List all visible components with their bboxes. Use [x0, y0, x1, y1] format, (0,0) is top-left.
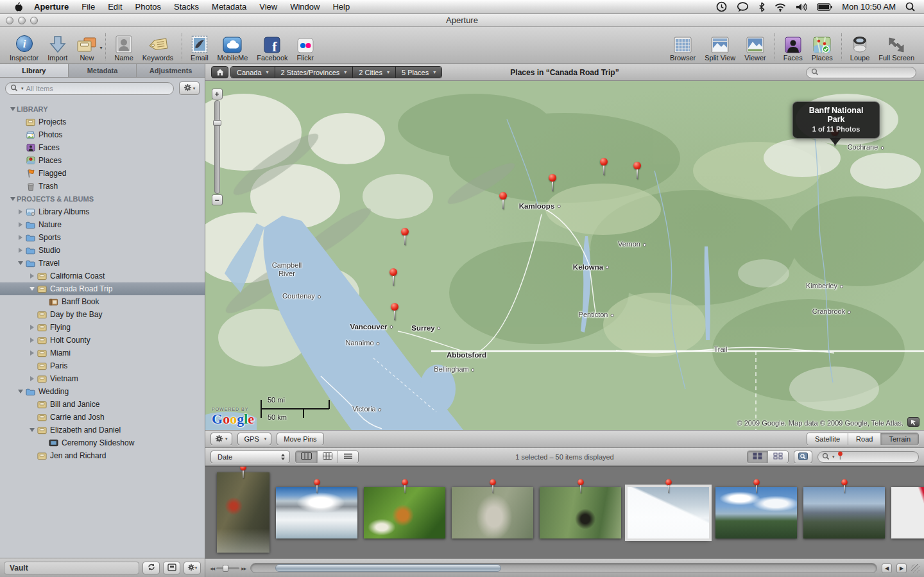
- minimize-window-button[interactable]: [18, 17, 26, 24]
- sidebar-item-flagged[interactable]: Flagged: [0, 167, 205, 180]
- toolbar-button-fullscreen[interactable]: Full Screen: [874, 32, 919, 62]
- menu-aperture[interactable]: Aperture: [28, 0, 75, 13]
- map-pin[interactable]: [400, 227, 409, 245]
- sidebar-item-paris[interactable]: Paris: [0, 359, 205, 372]
- vault-drawer-button[interactable]: [163, 562, 180, 574]
- menu-window[interactable]: Window: [284, 0, 326, 13]
- sidebar-item-wedding[interactable]: Wedding: [0, 385, 205, 398]
- breadcrumb-2-cities[interactable]: 2 Cities▾: [353, 67, 396, 78]
- sidebar-item-elizabeth-and-daniel[interactable]: Elizabeth and Daniel: [0, 424, 205, 436]
- sidebar-item-projects[interactable]: Projects: [0, 116, 205, 128]
- photo-thumbnail-canyon-train[interactable]: [217, 472, 270, 553]
- map-type-satellite-button[interactable]: Satellite: [807, 433, 848, 445]
- sidebar-item-library-albums[interactable]: Library Albums: [0, 205, 205, 218]
- sort-popup-button[interactable]: Date: [210, 451, 290, 463]
- map-pin[interactable]: [599, 157, 608, 175]
- toolbar-button-places[interactable]: Places: [807, 32, 837, 62]
- apple-menu[interactable]: [9, 2, 28, 12]
- sidebar-section-projects-albums[interactable]: PROJECTS & ALBUMS: [0, 193, 205, 205]
- disclosure-triangle-icon[interactable]: [28, 273, 36, 279]
- sidebar-item-places[interactable]: Places: [0, 154, 205, 167]
- menu-stacks[interactable]: Stacks: [167, 0, 205, 13]
- photo-thumbnail-bighorn-sheep[interactable]: [452, 487, 533, 538]
- toolbar-button-flickr[interactable]: Flickr: [293, 32, 318, 62]
- tab-library[interactable]: Library: [0, 64, 69, 77]
- map-pin[interactable]: [499, 191, 508, 209]
- breadcrumb-2-states-provinces[interactable]: 2 States/Provinces▾: [275, 67, 354, 78]
- sidebar-item-photos[interactable]: Photos: [0, 128, 205, 141]
- photo-thumbnail-cloud-mountains[interactable]: [715, 487, 797, 538]
- place-callout[interactable]: Banff National Park 1 of 11 Photos: [792, 101, 880, 139]
- toolbar-button-name[interactable]: Name: [110, 32, 137, 62]
- browser-search-input[interactable]: [846, 453, 914, 461]
- map-type-terrain-button[interactable]: Terrain: [881, 433, 918, 445]
- disclosure-triangle-icon[interactable]: [9, 107, 17, 111]
- sidebar-item-flying[interactable]: Flying: [0, 321, 205, 334]
- menu-clock[interactable]: Mon 10:50 AM: [842, 2, 896, 12]
- volume-icon[interactable]: [796, 3, 807, 12]
- menu-file[interactable]: File: [75, 0, 101, 13]
- disclosure-triangle-icon[interactable]: [17, 261, 24, 265]
- zoom-window-button[interactable]: [30, 17, 38, 24]
- library-search-field[interactable]: ▾: [5, 82, 174, 95]
- photo-thumbnail-snowy-peak[interactable]: [628, 487, 709, 538]
- menu-help[interactable]: Help: [326, 0, 356, 13]
- sidebar-item-banff-book[interactable]: Banff Book: [0, 295, 205, 308]
- map-pin[interactable]: [389, 268, 398, 286]
- photo-thumbnail-glacier-lake[interactable]: [276, 487, 357, 538]
- menu-view[interactable]: View: [253, 0, 284, 13]
- disclosure-triangle-icon[interactable]: [28, 350, 36, 356]
- toolbar-button-splitview[interactable]: Split View: [700, 32, 740, 62]
- close-window-button[interactable]: [6, 17, 13, 24]
- sidebar-item-nature[interactable]: Nature: [0, 218, 205, 231]
- disclosure-triangle-icon[interactable]: [9, 197, 17, 201]
- wifi-icon[interactable]: [774, 3, 786, 12]
- list-view-button[interactable]: [338, 451, 358, 463]
- sidebar-item-canada-road-trip[interactable]: Canada Road Trip: [0, 282, 205, 295]
- zoom-slider[interactable]: [214, 100, 220, 194]
- vault-action-gear-button[interactable]: ▾: [184, 562, 201, 574]
- photo-thumbnail-forest-bear[interactable]: [540, 487, 621, 538]
- places-home-button[interactable]: [211, 66, 228, 78]
- bluetooth-icon[interactable]: [758, 2, 765, 12]
- filmstrip-view-button[interactable]: [296, 451, 318, 463]
- scrollbar-thumb[interactable]: [275, 564, 501, 572]
- disclosure-triangle-icon[interactable]: [28, 325, 36, 330]
- map-canvas[interactable]: + − Banff National Park 1 of 11 Photos P…: [205, 81, 924, 430]
- zoom-out-button[interactable]: −: [212, 194, 223, 205]
- sidebar-item-california-coast[interactable]: California Coast: [0, 270, 205, 282]
- disclosure-triangle-icon[interactable]: [17, 209, 24, 214]
- time-machine-icon[interactable]: [716, 1, 727, 12]
- tab-metadata[interactable]: Metadata: [69, 64, 137, 77]
- zoom-slider-thumb[interactable]: [213, 120, 221, 126]
- horizontal-scrollbar[interactable]: [250, 563, 877, 573]
- sidebar-item-ceremony-slideshow[interactable]: Ceremony Slideshow: [0, 436, 205, 449]
- toolbar-button-email[interactable]: Email: [186, 32, 213, 62]
- search-hud-button[interactable]: [794, 451, 812, 463]
- places-search-input[interactable]: [821, 69, 911, 76]
- sidebar-item-holt-county[interactable]: Holt County: [0, 334, 205, 347]
- sidebar-item-carrie-and-josh[interactable]: Carrie and Josh: [0, 411, 205, 424]
- toolbar-button-viewer[interactable]: Viewer: [740, 32, 770, 62]
- vault-panel-toggle[interactable]: Vault: [4, 562, 139, 574]
- window-title-bar[interactable]: Aperture: [0, 14, 924, 27]
- sidebar-item-bill-and-janice[interactable]: Bill and Janice: [0, 398, 205, 411]
- toolbar-button-import[interactable]: Import: [43, 32, 72, 62]
- scroll-left-button[interactable]: ◀: [882, 564, 892, 573]
- pin-flag-button[interactable]: [907, 417, 920, 427]
- map-type-road-button[interactable]: Road: [848, 433, 881, 445]
- library-search-input[interactable]: [26, 85, 169, 92]
- battery-icon[interactable]: [817, 3, 832, 11]
- toolbar-button-loupe[interactable]: Loupe: [846, 32, 875, 62]
- window-resize-grip[interactable]: [911, 564, 920, 573]
- toolbar-button-facebook[interactable]: fFacebook: [252, 32, 292, 62]
- spotlight-icon[interactable]: [905, 2, 915, 12]
- disclosure-triangle-icon[interactable]: [28, 338, 36, 343]
- vault-sync-button[interactable]: [142, 562, 160, 574]
- sidebar-action-gear-button[interactable]: ▾: [179, 82, 200, 95]
- sidebar-item-studio[interactable]: Studio: [0, 244, 205, 257]
- menu-edit[interactable]: Edit: [101, 0, 128, 13]
- sidebar-item-jen-and-richard[interactable]: Jen and Richard: [0, 449, 205, 462]
- toolbar-button-new[interactable]: ▾New: [72, 32, 101, 62]
- toolbar-button-inspector[interactable]: iInspector: [5, 32, 43, 62]
